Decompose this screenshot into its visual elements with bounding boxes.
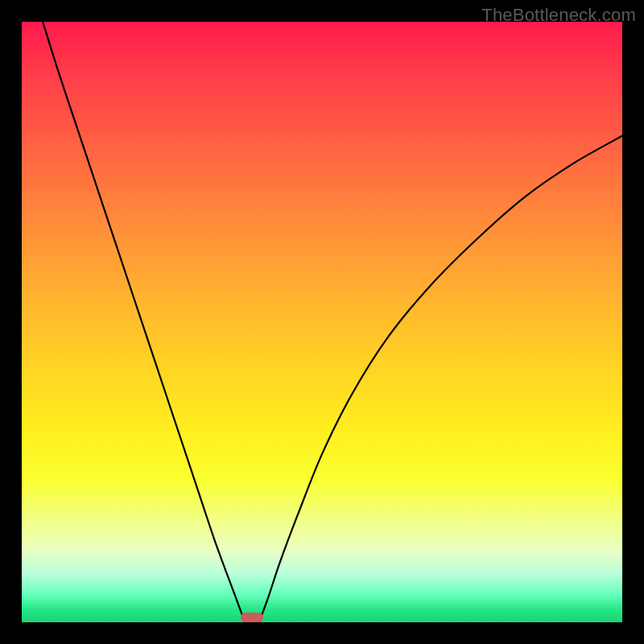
watermark-text: TheBottleneck.com bbox=[481, 5, 636, 26]
curves-svg bbox=[22, 22, 622, 622]
vertex-pill-marker bbox=[241, 613, 263, 622]
right-branch-curve bbox=[259, 136, 622, 622]
outer-frame: TheBottleneck.com bbox=[0, 0, 644, 644]
left-branch-curve bbox=[43, 22, 245, 622]
plot-area bbox=[22, 22, 622, 622]
